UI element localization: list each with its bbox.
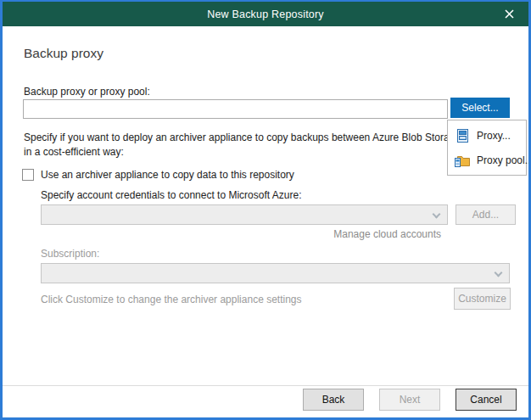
menu-item-proxy[interactable]: Proxy... [448, 123, 526, 148]
chevron-down-icon [495, 269, 503, 277]
subscription-label: Subscription: [41, 248, 99, 260]
use-archiver-checkbox[interactable] [22, 169, 34, 181]
subscription-combobox[interactable] [41, 263, 510, 283]
proxy-input[interactable] [23, 99, 448, 119]
archiver-description-line1: Specify if you want to deploy an archive… [24, 131, 483, 145]
credentials-label: Specify account credentials to connect t… [41, 189, 302, 201]
archiver-description-line2: in a cost-efficient way: [24, 145, 483, 160]
back-button[interactable]: Back [303, 389, 364, 411]
use-archiver-checkbox-label: Use an archiver appliance to copy data t… [41, 169, 294, 181]
menu-item-label: Proxy pool... [477, 154, 531, 166]
next-button[interactable]: Next [379, 389, 440, 411]
footer-separator [3, 385, 528, 386]
dialog-new-backup-repository: New Backup Repository Backup proxy Backu… [0, 0, 531, 420]
archiver-description: Specify if you want to deploy an archive… [24, 131, 483, 160]
manage-cloud-accounts-link[interactable]: Manage cloud accounts [210, 228, 441, 240]
select-dropdown-menu: Proxy... Proxy pool... [447, 120, 527, 176]
credentials-combobox[interactable] [41, 204, 448, 225]
page-title: Backup proxy [24, 46, 103, 61]
proxy-server-icon [455, 129, 470, 143]
proxy-pool-folder-icon [455, 154, 470, 167]
menu-item-proxy-pool[interactable]: Proxy pool... [448, 148, 526, 172]
chevron-down-icon [433, 210, 441, 219]
cancel-button[interactable]: Cancel [456, 389, 517, 411]
proxy-pool-label: Backup proxy or proxy pool: [24, 86, 150, 98]
select-button[interactable]: Select... [450, 98, 510, 118]
menu-item-label: Proxy... [477, 130, 511, 142]
add-button[interactable]: Add... [456, 204, 516, 225]
customize-hint: Click Customize to change the archiver a… [41, 294, 302, 305]
customize-button[interactable]: Customize [454, 288, 511, 310]
